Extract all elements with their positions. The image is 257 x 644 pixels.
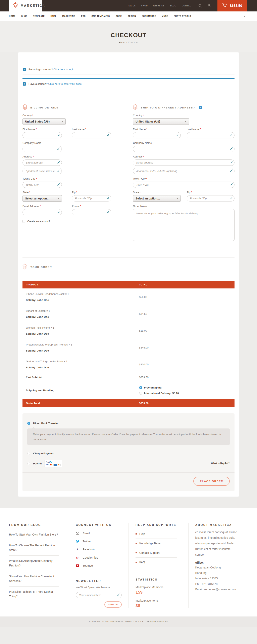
connect-youtube-link[interactable]: Youtube [76, 562, 122, 570]
coupon-link[interactable]: Click here to enter your code [48, 82, 82, 85]
menu-item-cms-templates[interactable]: CMS TEMPLATES [91, 15, 110, 17]
place-order-button[interactable]: PLACE ORDER [193, 477, 230, 486]
connect-twitter-link[interactable]: Twitter [76, 537, 122, 545]
help-link[interactable]: Help [136, 529, 177, 539]
breadcrumb-home[interactable]: Home [119, 41, 125, 44]
bank-transfer-radio[interactable] [27, 422, 30, 425]
blog-post-link[interactable]: What is So Alluring About Celebrity Fash… [9, 556, 59, 571]
menu-item-home[interactable]: HOME [9, 15, 16, 17]
menu-item-psd[interactable]: PSD [81, 15, 86, 17]
info-icon [23, 82, 26, 86]
faq-link[interactable]: FAQ [136, 558, 177, 567]
connect-facebook-link[interactable]: f Facebook [76, 545, 122, 554]
privacy-policy-link[interactable]: PRIVACY POLICY [126, 620, 143, 622]
cart-button[interactable]: $653.50 [218, 0, 247, 12]
top-nav-shop[interactable]: SHOP [141, 4, 148, 7]
menu-item-marketing[interactable]: MARKETING [62, 15, 75, 17]
billing-state-select[interactable]: Select an option… [22, 195, 62, 202]
stat-label: Marketplace Items [136, 599, 182, 602]
top-nav-blog[interactable]: BLOG [170, 4, 176, 7]
shipping-street-input[interactable] [133, 160, 234, 166]
address-line: Email. someone@someone.com [195, 587, 241, 592]
paypal-radio[interactable] [27, 462, 30, 465]
footer: FROM OUR BLOG How To Start Your Own Fash… [0, 508, 257, 616]
signup-button[interactable]: SIGN UP [104, 602, 122, 608]
shipping-last-name-input[interactable] [187, 132, 234, 138]
what-is-paypal-link[interactable]: What is PayPal? [211, 462, 230, 465]
coupon-notice: Have a coupon? Click here to enter your … [22, 78, 234, 89]
address-line: Bandung. [195, 570, 241, 576]
logo[interactable]: MARKETICA [9, 0, 42, 12]
shipping-option-international: International Delivery: $5.90 [139, 392, 179, 395]
copyright-text: COPYRIGHT © 2013 TOKOPRESS [89, 620, 123, 622]
menu-item-html[interactable]: HTML [50, 15, 56, 17]
billing-email-input[interactable] [22, 209, 62, 215]
free-shipping-radio[interactable] [139, 386, 142, 389]
order-notes-textarea[interactable] [133, 209, 234, 241]
office-label: office: [195, 561, 241, 564]
shipping-town-input[interactable] [133, 182, 234, 188]
contact-support-link[interactable]: Contact Support [136, 548, 177, 558]
shipping-state-select[interactable]: Select an option… [133, 195, 181, 202]
menu-item-code[interactable]: CODE [116, 15, 122, 17]
billing-section-header: BILLING DETAILS [22, 98, 124, 111]
menu-item-ecommerce[interactable]: ECOMMERCE [142, 15, 156, 17]
main-menu: HOME SHOP TEMPLATE HTML MARKETING PSD CM… [0, 12, 257, 21]
billing-last-name-input[interactable] [72, 132, 111, 138]
billing-town-input[interactable] [22, 182, 62, 188]
cheque-radio[interactable] [27, 452, 30, 455]
shipping-first-name-input[interactable] [133, 132, 181, 138]
shipping-company-input[interactable] [133, 146, 234, 152]
top-nav-contact[interactable]: CONTACT [182, 4, 193, 7]
order-section-title: YOUR ORDER [30, 266, 52, 268]
shipping-country-select[interactable]: United States (US) [133, 118, 189, 125]
billing-company-input[interactable] [22, 146, 62, 152]
create-account-label: Create an account? [27, 220, 50, 223]
user-icon[interactable] [207, 4, 211, 8]
billing-phone-input[interactable] [72, 209, 111, 215]
square-bullet-icon [136, 533, 137, 534]
autofill-icon [230, 147, 233, 151]
autofill-icon [57, 147, 60, 151]
menu-expand-icon[interactable] [244, 15, 245, 18]
blog-post-link[interactable]: How To Start Your Own Fashion Store? [9, 529, 59, 540]
international-delivery-radio[interactable] [139, 392, 142, 395]
shipping-apartment-input[interactable] [133, 168, 234, 174]
newsletter-email-input[interactable] [76, 592, 122, 598]
billing-zip-input[interactable] [72, 195, 111, 202]
billing-apartment-input[interactable] [22, 168, 62, 174]
autofill-icon [57, 210, 60, 214]
top-nav-pages[interactable]: PAGES [128, 4, 136, 7]
dropdown-arrow-icon [58, 198, 59, 199]
top-nav-wishlist[interactable]: WISHLIST [153, 4, 164, 7]
menu-item-muse[interactable]: MUSE [162, 15, 168, 17]
menu-item-shop[interactable]: SHOP [21, 15, 27, 17]
create-account-checkbox[interactable] [22, 220, 25, 223]
billing-country-select[interactable]: United States (US) [22, 118, 66, 125]
cart-subtotal-row: Cart Subtotal $653.50 [22, 373, 234, 382]
country-label: Country* [133, 114, 234, 117]
billing-first-name-input[interactable] [22, 132, 62, 138]
footer-blog-column: FROM OUR BLOG How To Start Your Own Fash… [9, 523, 69, 608]
login-link[interactable]: Click here to login [54, 68, 74, 71]
table-row: Variant of Laptop × 1 Sold by: John Doe … [22, 305, 234, 322]
billing-street-input[interactable] [22, 160, 62, 166]
blog-post-link[interactable]: How To Choose The Perfect Fashion Store? [9, 540, 59, 556]
connect-email-link[interactable]: Email [76, 529, 122, 537]
ship-different-checkbox[interactable] [199, 106, 202, 109]
product-total: $18.00 [139, 329, 147, 332]
blog-post-link[interactable]: Plus Size Fashion: Is There Such a Thing… [9, 586, 59, 602]
connect-google-plus-link[interactable]: g+ Google Plus [76, 554, 122, 562]
discover-icon [57, 464, 61, 466]
menu-item-photo-stocks[interactable]: PHOTO STOCKS [174, 15, 191, 17]
search-icon[interactable] [198, 4, 202, 8]
stat-value: 38 [136, 603, 182, 608]
shipping-zip-input[interactable] [187, 195, 234, 202]
info-icon [23, 68, 26, 71]
menu-item-template[interactable]: TEMPLATE [33, 15, 44, 17]
terms-link[interactable]: TERMS OF SERVICES [145, 620, 168, 622]
blog-post-link[interactable]: Should You Use Fashion Consultant Servic… [9, 571, 59, 586]
knowledge-base-link[interactable]: Knowladge Base [136, 539, 177, 548]
menu-item-design[interactable]: DESIGN [128, 15, 136, 17]
facebook-icon: f [76, 548, 80, 551]
